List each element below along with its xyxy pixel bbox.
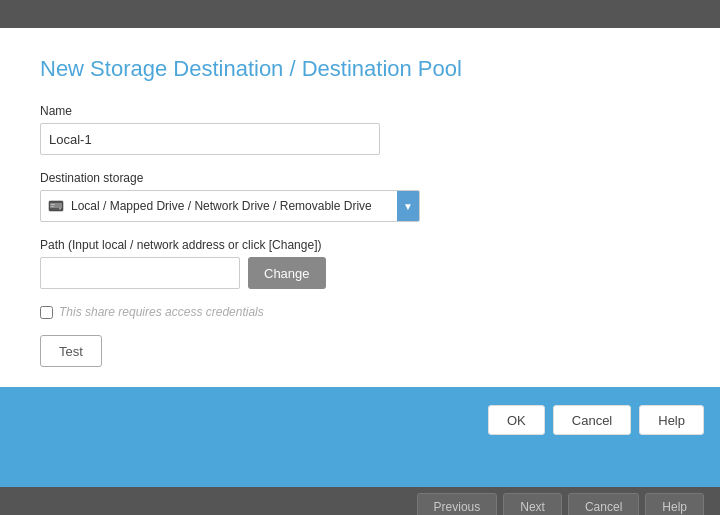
- help-button-nav[interactable]: Help: [645, 493, 704, 515]
- credentials-checkbox[interactable]: [40, 306, 53, 319]
- name-group: Name: [40, 104, 680, 155]
- svg-rect-1: [50, 203, 62, 208]
- help-button-footer[interactable]: Help: [639, 405, 704, 435]
- credentials-label: This share requires access credentials: [59, 305, 264, 319]
- cancel-button-nav[interactable]: Cancel: [568, 493, 639, 515]
- main-content: New Storage Destination / Destination Po…: [0, 28, 720, 387]
- previous-button[interactable]: Previous: [417, 493, 498, 515]
- path-row: Change: [40, 257, 680, 289]
- name-input[interactable]: [40, 123, 380, 155]
- svg-rect-4: [51, 206, 54, 207]
- svg-rect-3: [51, 204, 55, 205]
- svg-point-2: [59, 208, 61, 210]
- dropdown-arrow-icon: ▼: [397, 191, 419, 221]
- cancel-button-footer[interactable]: Cancel: [553, 405, 631, 435]
- bottom-bar: Previous Next Cancel Help: [0, 487, 720, 515]
- destination-label: Destination storage: [40, 171, 680, 185]
- credentials-row: This share requires access credentials: [40, 305, 680, 319]
- path-label: Path (Input local / network address or c…: [40, 238, 680, 252]
- footer-area: OK Cancel Help: [0, 387, 720, 487]
- path-group: Path (Input local / network address or c…: [40, 238, 680, 289]
- destination-select[interactable]: Local / Mapped Drive / Network Drive / R…: [40, 190, 420, 222]
- top-bar: [0, 0, 720, 28]
- destination-value: Local / Mapped Drive / Network Drive / R…: [71, 199, 413, 213]
- test-button[interactable]: Test: [40, 335, 102, 367]
- next-button[interactable]: Next: [503, 493, 562, 515]
- ok-button[interactable]: OK: [488, 405, 545, 435]
- name-label: Name: [40, 104, 680, 118]
- footer-buttons: OK Cancel Help: [488, 397, 704, 435]
- destination-group: Destination storage Local / Mapped Drive…: [40, 171, 680, 222]
- path-input[interactable]: [40, 257, 240, 289]
- drive-icon: [47, 197, 65, 215]
- change-button[interactable]: Change: [248, 257, 326, 289]
- page-title: New Storage Destination / Destination Po…: [40, 56, 680, 82]
